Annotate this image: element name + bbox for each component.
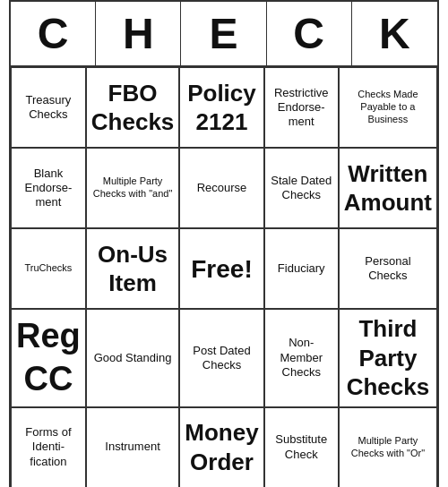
bingo-cell: Instrument [86,407,180,488]
bingo-cell: Free! [179,228,263,309]
bingo-cell: Non-Member Checks [264,309,339,407]
bingo-cell: On-Us Item [86,228,180,309]
bingo-cell: Forms of Identi-fication [11,407,86,488]
bingo-cell: Post Dated Checks [179,309,263,407]
bingo-cell: FBO Checks [86,67,180,148]
bingo-cell: Written Amount [339,148,437,228]
bingo-title: CHECK [11,2,437,67]
bingo-card: CHECK Treasury ChecksFBO ChecksPolicy 21… [9,0,439,487]
bingo-cell: Personal Checks [339,228,437,309]
bingo-cell: Checks Made Payable to a Business [339,67,437,148]
title-letter: H [96,2,181,65]
title-letter: C [267,2,352,65]
bingo-grid: Treasury ChecksFBO ChecksPolicy 2121Rest… [11,67,437,487]
bingo-cell: Reg CC [11,309,86,407]
bingo-cell: Good Standing [86,309,180,407]
bingo-cell: TruChecks [11,228,86,309]
bingo-cell: Treasury Checks [11,67,86,148]
bingo-cell: Restrictive Endorse-ment [264,67,339,148]
title-letter: C [11,2,96,65]
bingo-cell: Substitute Check [264,407,339,488]
title-letter: K [352,2,437,65]
bingo-cell: Policy 2121 [179,67,263,148]
bingo-cell: Money Order [179,407,263,488]
bingo-cell: Multiple Party Checks with "and" [86,148,180,228]
bingo-cell: Blank Endorse-ment [11,148,86,228]
bingo-cell: Recourse [179,148,263,228]
bingo-cell: Fiduciary [264,228,339,309]
bingo-cell: Third Party Checks [339,309,437,407]
bingo-cell: Stale Dated Checks [264,148,339,228]
title-letter: E [181,2,266,65]
bingo-cell: Multiple Party Checks with "Or" [339,407,437,488]
